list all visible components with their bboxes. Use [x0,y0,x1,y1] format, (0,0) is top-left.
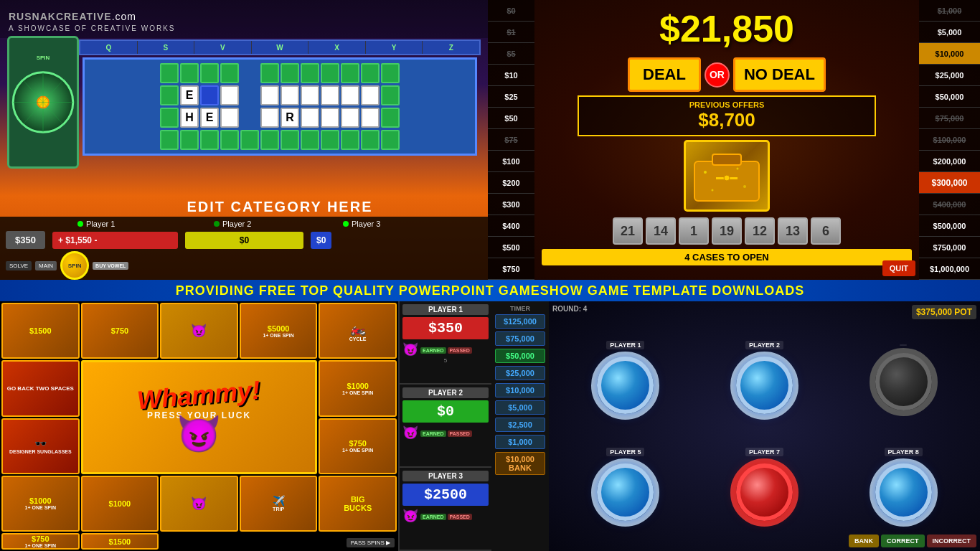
pyl-player2-info: 😈 EARNED PASSED [402,425,489,441]
money-300000: $300,000 [919,172,980,194]
spin-button[interactable]: SPIN [60,251,89,280]
wof-header: RUSNAKCREATIVE.com A SHOWCASE OF CREATIV… [0,0,488,38]
whammy-title: Whammy! [136,375,262,415]
money-10000: $10,000 [919,43,980,65]
tile [301,63,319,83]
tile-blank [281,85,299,105]
player3-buzzer-label [900,344,907,346]
player1-buzzer-outer[interactable] [591,352,659,420]
money-1: $1 [488,22,534,43]
prev-offer-amount: $8,700 [586,109,867,131]
pyl-cell-1500: $1500 [1,303,80,359]
player1-score: + $1,550 - [52,232,178,249]
player1-buzzer-label: PLAYER 1 [606,341,644,349]
player7-buzzer-outer[interactable] [730,458,798,527]
amount-2500: $2,500 [495,418,545,432]
banner-text: PROVIDING FREE TOP QUALITY POWERPOINT GA… [176,283,805,298]
main-label[interactable]: MAIN [35,261,57,270]
pyl-cell-5000: $5000 1+ ONE SPIN [240,303,318,359]
player1-label: Player 1 [77,220,207,228]
bottom-area: $1500 $750 😈 $5000 1+ ONE SPIN 🏍️ CYCLE … [0,301,980,551]
money-25: $25 [488,86,534,108]
bank-button[interactable]: BANK [849,534,879,547]
svg-point-12 [743,185,746,188]
case-21[interactable]: 21 [613,217,643,245]
pyl-player1-section: PLAYER 1 $350 😈 EARNED PASSED 5 [400,301,491,385]
player2-buzzer-circle [736,357,793,414]
player2-score-value: $0 [240,235,249,245]
player2-name: Player 2 [222,220,251,228]
case-13[interactable]: 13 [778,217,808,245]
prev-offers-label: PREVIOUS OFFERS [586,100,867,109]
cases-grid: 21 14 1 19 12 13 6 [534,215,919,247]
pyl-player1-name: PLAYER 1 [402,304,489,315]
svg-point-13 [712,189,714,192]
money-5000: $5,000 [919,22,980,43]
money-50000: $50,000 [919,86,980,108]
site-name: RUSNAKCREATIVE.com [9,6,176,24]
case-6[interactable]: 6 [811,217,841,245]
player2-buzzer-outer[interactable] [730,352,798,420]
pyl-player3-info: 😈 EARNED PASSED [402,508,489,524]
pyl-player2-section: PLAYER 2 $0 😈 EARNED PASSED [400,385,491,468]
tile-blank [361,108,380,128]
puzzle-row-4 [88,130,471,150]
player5-buzzer-outer[interactable] [591,458,659,527]
money-200: $200 [488,172,534,194]
money-col-right: $1,000 $5,000 $10,000 $25,000 $50,000 $7… [919,0,980,280]
pyl-cell-750b: $750 1+ ONE SPIN [319,418,397,474]
tile-e: E [180,85,199,105]
player8-buzzer-outer[interactable] [870,458,938,527]
passed-tag: PASSED [448,347,472,354]
incorrect-button[interactable]: INCORRECT [927,534,977,547]
site-tagline: A SHOWCASE OF CREATIVE WORKS [9,24,176,32]
tile [361,130,380,150]
tile-blank [260,108,279,128]
pyl-player3-section: PLAYER 3 $2500 😈 EARNED PASSED [400,468,491,551]
solve-label[interactable]: SOLVE [6,261,32,270]
money-750: $750 [488,258,534,280]
svg-rect-8 [712,154,741,165]
pyl-cell-goback: GO BACK TWO SPACES [1,360,80,416]
player2-label: Player 2 [214,220,336,228]
amount-1k: $1,000 [495,435,545,449]
player2-dot [214,221,220,227]
buy-vowel-btn[interactable]: BUY VOWEL [93,262,128,270]
case-12[interactable]: 12 [745,217,775,245]
tile-blank [341,108,359,128]
action-buttons: BANK CORRECT INCORRECT [849,534,976,547]
pass-spins-button[interactable]: PASS SPINS ▶ [347,538,395,547]
quit-button[interactable]: QUIT [882,260,915,276]
nodeal-button[interactable]: NO DEAL [733,57,826,92]
tile [321,130,339,150]
tile-blank [301,108,319,128]
scores-row: $350 + $1,550 - $0 $0 [0,231,488,249]
money-75000: $75,000 [919,108,980,129]
case-19[interactable]: 19 [712,217,742,245]
player3-buzzer-outer[interactable] [870,348,938,416]
rusnak-logo: RUSNAKCREATIVE.com A SHOWCASE OF CREATIV… [9,6,176,32]
case-1[interactable]: 1 [679,217,709,245]
earned-tag2: EARNED [420,430,446,437]
pyl-cell-trip: ✈️ TRIP [240,476,318,532]
player3-score: $0 [311,232,331,249]
case-14[interactable]: 14 [646,217,676,245]
svg-point-11 [704,171,707,174]
amount-125k: $125,000 [495,314,545,329]
pyl-player2-icon: 😈 [402,425,418,441]
tile-space [240,85,259,105]
player1-buzzer-circle [597,357,654,414]
tile-r: R [281,108,299,128]
tile-blank [321,108,339,128]
passed-tag3: PASSED [448,514,472,520]
money-25000: $25,000 [919,65,980,86]
tile [260,63,279,83]
alpha-v: V [194,41,252,54]
spin-label: SPIN [68,263,82,269]
player7-buzzer-label: PLAYER 7 [745,448,783,456]
player7-buzzer-circle [736,463,793,521]
pyl-panel: $1500 $750 😈 $5000 1+ ONE SPIN 🏍️ CYCLE … [0,301,398,551]
correct-button[interactable]: CORRECT [881,534,925,547]
money-1000: $1,000 [919,0,980,22]
deal-button[interactable]: DEAL [628,57,701,92]
